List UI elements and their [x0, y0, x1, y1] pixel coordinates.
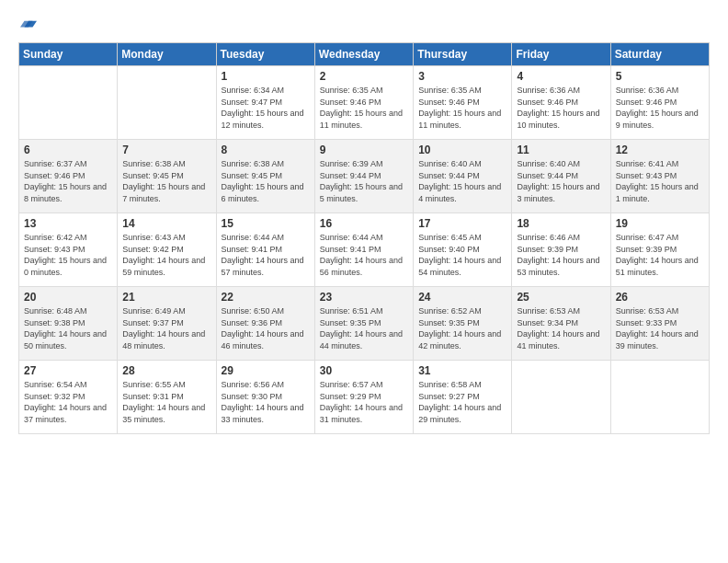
day-number: 23 [320, 291, 408, 304]
calendar-cell: 10Sunrise: 6:40 AMSunset: 9:44 PMDayligh… [414, 140, 512, 213]
calendar-cell: 4Sunrise: 6:36 AMSunset: 9:46 PMDaylight… [512, 66, 610, 140]
day-number: 10 [418, 144, 506, 156]
calendar-cell: 25Sunrise: 6:53 AMSunset: 9:34 PMDayligh… [512, 287, 610, 361]
calendar-cell [19, 66, 118, 140]
day-number: 20 [24, 291, 112, 304]
day-info: Sunrise: 6:41 AMSunset: 9:43 PMDaylight:… [616, 158, 704, 204]
day-number: 14 [122, 217, 210, 230]
day-number: 25 [517, 291, 605, 304]
calendar-cell: 28Sunrise: 6:55 AMSunset: 9:31 PMDayligh… [118, 361, 216, 434]
day-info: Sunrise: 6:34 AMSunset: 9:47 PMDaylight:… [222, 85, 310, 131]
day-info: Sunrise: 6:38 AMSunset: 9:45 PMDaylight:… [222, 158, 310, 204]
day-number: 13 [24, 217, 112, 230]
week-row-3: 13Sunrise: 6:42 AMSunset: 9:43 PMDayligh… [19, 213, 710, 287]
calendar-table: SundayMondayTuesdayWednesdayThursdayFrid… [18, 42, 710, 434]
calendar-cell: 1Sunrise: 6:34 AMSunset: 9:47 PMDaylight… [216, 66, 314, 140]
day-info: Sunrise: 6:44 AMSunset: 9:41 PMDaylight:… [222, 232, 310, 278]
day-number: 17 [418, 217, 506, 230]
day-number: 5 [616, 70, 704, 83]
day-number: 19 [616, 217, 704, 230]
day-info: Sunrise: 6:37 AMSunset: 9:46 PMDaylight:… [24, 158, 112, 204]
weekday-saturday: Saturday [610, 43, 709, 66]
week-row-2: 6Sunrise: 6:37 AMSunset: 9:46 PMDaylight… [19, 140, 710, 213]
calendar-cell: 24Sunrise: 6:52 AMSunset: 9:35 PMDayligh… [414, 287, 512, 361]
day-number: 31 [418, 364, 506, 377]
calendar-cell: 21Sunrise: 6:49 AMSunset: 9:37 PMDayligh… [118, 287, 216, 361]
calendar-cell: 18Sunrise: 6:46 AMSunset: 9:39 PMDayligh… [512, 213, 610, 287]
day-info: Sunrise: 6:50 AMSunset: 9:36 PMDaylight:… [222, 305, 310, 351]
day-info: Sunrise: 6:44 AMSunset: 9:41 PMDaylight:… [320, 232, 408, 278]
calendar-cell: 15Sunrise: 6:44 AMSunset: 9:41 PMDayligh… [216, 213, 314, 287]
calendar-cell: 9Sunrise: 6:39 AMSunset: 9:44 PMDaylight… [314, 140, 413, 213]
day-info: Sunrise: 6:40 AMSunset: 9:44 PMDaylight:… [517, 158, 605, 204]
day-info: Sunrise: 6:56 AMSunset: 9:30 PMDaylight:… [222, 379, 310, 425]
day-number: 12 [616, 144, 704, 156]
day-number: 24 [418, 291, 506, 304]
day-number: 29 [222, 364, 310, 377]
week-row-5: 27Sunrise: 6:54 AMSunset: 9:32 PMDayligh… [19, 361, 710, 434]
day-number: 30 [320, 364, 408, 377]
calendar-cell [610, 361, 709, 434]
week-row-4: 20Sunrise: 6:48 AMSunset: 9:38 PMDayligh… [19, 287, 710, 361]
logo [18, 15, 44, 31]
day-info: Sunrise: 6:47 AMSunset: 9:39 PMDaylight:… [616, 232, 704, 278]
day-number: 1 [222, 70, 310, 83]
day-info: Sunrise: 6:39 AMSunset: 9:44 PMDaylight:… [320, 158, 408, 204]
day-info: Sunrise: 6:35 AMSunset: 9:46 PMDaylight:… [418, 85, 506, 131]
weekday-header-row: SundayMondayTuesdayWednesdayThursdayFrid… [19, 43, 710, 66]
day-info: Sunrise: 6:46 AMSunset: 9:39 PMDaylight:… [517, 232, 605, 278]
day-number: 7 [122, 144, 210, 156]
day-info: Sunrise: 6:55 AMSunset: 9:31 PMDaylight:… [122, 379, 210, 425]
calendar-cell: 30Sunrise: 6:57 AMSunset: 9:29 PMDayligh… [314, 361, 413, 434]
day-number: 15 [222, 217, 310, 230]
day-number: 11 [517, 144, 605, 156]
day-info: Sunrise: 6:58 AMSunset: 9:27 PMDaylight:… [418, 379, 506, 425]
calendar-cell [512, 361, 610, 434]
day-number: 3 [418, 70, 506, 83]
calendar-cell: 29Sunrise: 6:56 AMSunset: 9:30 PMDayligh… [216, 361, 314, 434]
day-info: Sunrise: 6:35 AMSunset: 9:46 PMDaylight:… [320, 85, 408, 131]
day-number: 26 [616, 291, 704, 304]
day-info: Sunrise: 6:53 AMSunset: 9:33 PMDaylight:… [616, 305, 704, 351]
calendar-cell: 22Sunrise: 6:50 AMSunset: 9:36 PMDayligh… [216, 287, 314, 361]
day-info: Sunrise: 6:38 AMSunset: 9:45 PMDaylight:… [122, 158, 210, 204]
day-info: Sunrise: 6:51 AMSunset: 9:35 PMDaylight:… [320, 305, 408, 351]
day-info: Sunrise: 6:49 AMSunset: 9:37 PMDaylight:… [122, 305, 210, 351]
weekday-thursday: Thursday [414, 43, 512, 66]
weekday-friday: Friday [512, 43, 610, 66]
calendar-cell: 31Sunrise: 6:58 AMSunset: 9:27 PMDayligh… [414, 361, 512, 434]
week-row-1: 1Sunrise: 6:34 AMSunset: 9:47 PMDaylight… [19, 66, 710, 140]
day-info: Sunrise: 6:54 AMSunset: 9:32 PMDaylight:… [24, 379, 112, 425]
day-info: Sunrise: 6:45 AMSunset: 9:40 PMDaylight:… [418, 232, 506, 278]
day-number: 2 [320, 70, 408, 83]
day-info: Sunrise: 6:57 AMSunset: 9:29 PMDaylight:… [320, 379, 408, 425]
calendar-cell: 20Sunrise: 6:48 AMSunset: 9:38 PMDayligh… [19, 287, 118, 361]
day-number: 18 [517, 217, 605, 230]
calendar-cell: 27Sunrise: 6:54 AMSunset: 9:32 PMDayligh… [19, 361, 118, 434]
day-number: 8 [222, 144, 310, 156]
logo-icon [20, 15, 37, 31]
calendar-cell: 8Sunrise: 6:38 AMSunset: 9:45 PMDaylight… [216, 140, 314, 213]
calendar-cell: 2Sunrise: 6:35 AMSunset: 9:46 PMDaylight… [314, 66, 413, 140]
day-number: 28 [122, 364, 210, 377]
calendar-cell [118, 66, 216, 140]
calendar-cell: 17Sunrise: 6:45 AMSunset: 9:40 PMDayligh… [414, 213, 512, 287]
calendar-cell: 16Sunrise: 6:44 AMSunset: 9:41 PMDayligh… [314, 213, 413, 287]
calendar-cell: 23Sunrise: 6:51 AMSunset: 9:35 PMDayligh… [314, 287, 413, 361]
day-info: Sunrise: 6:48 AMSunset: 9:38 PMDaylight:… [24, 305, 112, 351]
calendar-cell: 14Sunrise: 6:43 AMSunset: 9:42 PMDayligh… [118, 213, 216, 287]
day-number: 22 [222, 291, 310, 304]
day-number: 21 [122, 291, 210, 304]
calendar-cell: 11Sunrise: 6:40 AMSunset: 9:44 PMDayligh… [512, 140, 610, 213]
weekday-wednesday: Wednesday [314, 43, 413, 66]
day-number: 4 [517, 70, 605, 83]
weekday-tuesday: Tuesday [216, 43, 314, 66]
day-number: 6 [24, 144, 112, 156]
day-info: Sunrise: 6:36 AMSunset: 9:46 PMDaylight:… [517, 85, 605, 131]
calendar-cell: 12Sunrise: 6:41 AMSunset: 9:43 PMDayligh… [610, 140, 709, 213]
day-info: Sunrise: 6:53 AMSunset: 9:34 PMDaylight:… [517, 305, 605, 351]
day-info: Sunrise: 6:43 AMSunset: 9:42 PMDaylight:… [122, 232, 210, 278]
calendar-cell: 3Sunrise: 6:35 AMSunset: 9:46 PMDaylight… [414, 66, 512, 140]
weekday-sunday: Sunday [19, 43, 118, 66]
day-number: 27 [24, 364, 112, 377]
